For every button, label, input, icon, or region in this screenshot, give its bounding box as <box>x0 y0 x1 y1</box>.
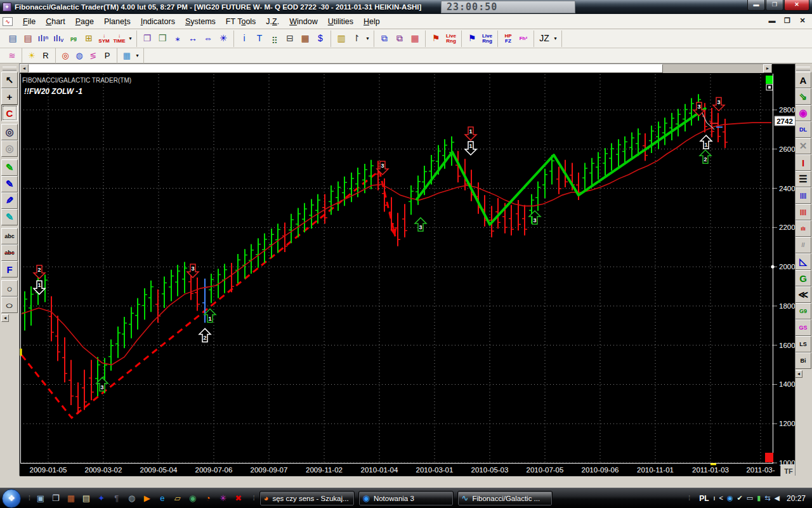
language-indicator[interactable]: PL <box>699 494 709 503</box>
sun-aspects-button[interactable]: ☀ <box>25 50 39 62</box>
v-lines-blue-button[interactable]: |||| <box>795 187 811 204</box>
arc-tool-button[interactable]: ◉ <box>795 105 811 121</box>
compress-scale-button[interactable]: ⁎ <box>170 31 185 46</box>
app-icon[interactable]: ✦ <box>3 3 11 11</box>
waves-button[interactable]: ≋ <box>5 50 19 62</box>
slope-lines-button[interactable]: ≶ <box>86 50 100 62</box>
scroll-left-button[interactable]: ◄ <box>20 64 29 73</box>
retro-aspects-button[interactable]: R <box>39 50 53 62</box>
h-lines-button[interactable]: ☰ <box>795 171 811 187</box>
cascade-windows-button[interactable]: ❐ <box>140 31 155 46</box>
child-window-icon[interactable]: ∿ <box>3 17 13 26</box>
firefox-icon[interactable]: ◔ <box>202 493 214 504</box>
fan-lines-button[interactable]: ≪ <box>795 286 811 303</box>
chart-window-blue-button[interactable]: ⧉ <box>377 31 392 46</box>
dollar-button[interactable]: $ <box>313 31 328 46</box>
palette-scroll-button[interactable]: ◂ <box>1 314 9 322</box>
menu-utilities[interactable]: Utilities <box>323 15 358 28</box>
window-switcher-icon[interactable]: ❐ <box>50 493 62 504</box>
pan-horizontal-button[interactable]: ⇔ <box>200 31 216 46</box>
child-close-button[interactable]: ✕ <box>798 17 807 25</box>
chart-horizontal-scrollbar[interactable]: ◄ ► <box>20 64 795 73</box>
dl-tool-button[interactable]: DL <box>795 121 811 138</box>
gs-tool-button[interactable]: GS <box>795 319 811 336</box>
colored-grid-button[interactable]: ▦ <box>407 31 422 46</box>
media-player-icon[interactable]: ▶ <box>141 493 153 504</box>
jz-more-button[interactable]: ▾ <box>552 31 559 46</box>
pen-blue-button[interactable]: ✎ <box>1 176 18 192</box>
more-1-button[interactable]: ▾ <box>127 31 134 46</box>
new-chart-button[interactable]: ▤ <box>5 31 20 46</box>
restore-button[interactable]: ❐ <box>766 0 783 11</box>
circle-tool-button[interactable]: ○ <box>1 280 18 297</box>
target-circles-button[interactable]: ◎ <box>58 50 72 62</box>
show-desktop-icon[interactable]: ▣ <box>35 493 46 504</box>
ruler-button[interactable]: ▥ <box>334 31 349 46</box>
scrollbar-thumb[interactable] <box>29 64 663 73</box>
task-notowania-button[interactable]: ◉Notowania 3 <box>358 491 454 506</box>
zoom-doc-disabled-button[interactable]: ◎ <box>1 140 18 157</box>
time-button[interactable]: ↓TIME <box>112 31 127 46</box>
internet-explorer-icon[interactable]: e <box>157 493 168 504</box>
recycle-bin-icon[interactable]: ◍ <box>126 493 138 504</box>
ls-tool-button[interactable]: LS <box>795 336 811 352</box>
notepad-icon[interactable]: ▤ <box>81 493 92 504</box>
child-minimize-button[interactable]: ▬ <box>768 17 776 25</box>
ms-app-icon[interactable]: ✖ <box>233 493 244 504</box>
p-tool-button[interactable]: P <box>100 50 114 62</box>
pen-indicator[interactable]: ı <box>713 494 715 502</box>
candle-tool-button[interactable]: ↾ <box>349 31 364 46</box>
jz-button[interactable]: JZ <box>537 31 552 46</box>
menu-help[interactable]: Help <box>358 15 385 28</box>
v-lines-red-button[interactable]: |||| <box>795 204 811 220</box>
pen-green-button[interactable]: ✎ <box>1 159 18 176</box>
menu-j-z-[interactable]: J.Z. <box>261 15 284 28</box>
menu-page[interactable]: Page <box>70 15 99 28</box>
bi-tool-button[interactable]: Bi <box>795 352 811 369</box>
minimize-button[interactable]: ▬ <box>747 0 765 11</box>
tile-windows-button[interactable]: ❒ <box>155 31 170 46</box>
reset-scale-button[interactable]: ✳ <box>216 31 231 46</box>
symbol-button[interactable]: ↓SYM <box>96 31 112 46</box>
menu-chart[interactable]: Chart <box>41 15 70 28</box>
text-abc-button[interactable]: abc <box>1 228 18 244</box>
menu-file[interactable]: File <box>18 15 41 28</box>
flag-red-button[interactable]: ⚑ <box>428 31 443 46</box>
i-arrows-button[interactable]: I <box>795 154 811 171</box>
bird-app-icon[interactable]: ✦ <box>96 493 107 504</box>
menu-planets[interactable]: Planets <box>99 15 136 28</box>
task-firefox-search-button[interactable]: ◕sęs czy sens - Szukaj... <box>259 491 355 506</box>
expand-horizontal-button[interactable]: ↔ <box>185 31 200 46</box>
pen-blue-2-button[interactable]: ✎ <box>1 192 18 209</box>
menu-ft-tools[interactable]: FT Tools <box>221 15 261 28</box>
cross-lines-button[interactable]: ✕ <box>795 138 811 154</box>
network-icon[interactable]: ⇆ <box>764 494 770 502</box>
flag-blue-button[interactable]: ⚑ <box>464 31 480 46</box>
crosshair-tool-button[interactable]: + <box>1 88 18 105</box>
price-chart[interactable]: 213312331133312FIBONACCI/GALACTIC TRADER… <box>20 73 795 476</box>
open-chart-button[interactable]: ▤ <box>20 31 36 46</box>
mini-chart-button[interactable]: ıIı <box>795 220 811 237</box>
hp-fz-button[interactable]: HPFZ <box>501 31 516 46</box>
pen-cyan-button[interactable]: ✎ <box>1 209 18 225</box>
calendar-button[interactable]: ▦ <box>298 31 313 46</box>
grid-blue-button[interactable]: ▦ <box>120 50 134 62</box>
chart-window-purple-button[interactable]: ⧉ <box>392 31 407 46</box>
child-restore-button[interactable]: ❐ <box>783 17 792 25</box>
folder-icon[interactable]: ▱ <box>172 493 183 504</box>
menu-systems[interactable]: Systems <box>180 15 221 28</box>
display-icon[interactable]: ▭ <box>747 494 753 502</box>
window-grid-button[interactable]: ⊞ <box>81 31 96 46</box>
battery-icon[interactable]: ▮ <box>757 494 761 502</box>
hide-icons-arrow[interactable]: < <box>719 494 723 502</box>
page-setup-button[interactable]: pg <box>66 31 81 46</box>
info-cursor-button[interactable]: i <box>237 31 252 46</box>
a-angle-tool-button[interactable]: A <box>795 72 811 88</box>
print-button[interactable]: ⊟ <box>282 31 298 46</box>
text-abc-strike-button[interactable]: abc <box>1 244 18 261</box>
menu-window[interactable]: Window <box>284 15 322 28</box>
scrollbar-track[interactable] <box>663 64 763 73</box>
menu-indicators[interactable]: Indicators <box>136 15 180 28</box>
g9-tool-button[interactable]: G9 <box>795 303 811 319</box>
update-icon[interactable]: ✔ <box>737 494 743 502</box>
